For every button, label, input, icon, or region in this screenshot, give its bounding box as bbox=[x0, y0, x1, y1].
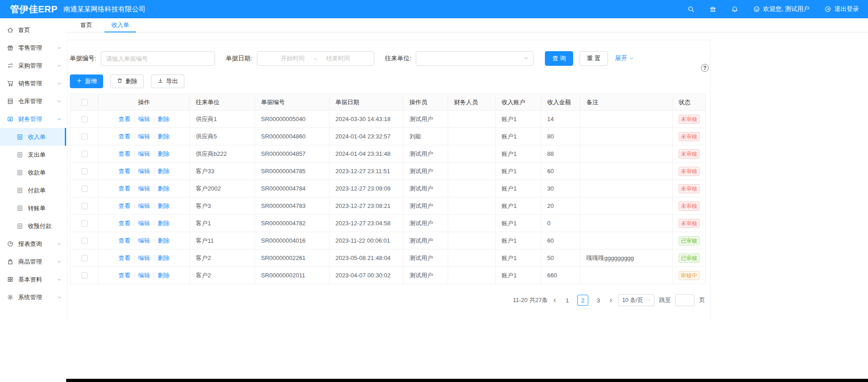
delete-link[interactable]: 删除 bbox=[158, 133, 170, 140]
date-range-picker[interactable]: 开始时间 ~ 结束时间 bbox=[257, 51, 374, 66]
edit-link[interactable]: 编辑 bbox=[138, 150, 150, 157]
cell-remark bbox=[580, 145, 673, 163]
page-button-2[interactable]: 2 bbox=[577, 295, 588, 306]
sidebar-item-8[interactable]: 基本资料 bbox=[0, 271, 66, 288]
delete-link[interactable]: 删除 bbox=[158, 272, 170, 279]
row-checkbox[interactable] bbox=[81, 272, 88, 279]
edit-link[interactable]: 编辑 bbox=[138, 202, 150, 209]
cell-finance-staff bbox=[448, 128, 496, 145]
delete-link[interactable]: 删除 bbox=[158, 185, 170, 192]
divider bbox=[134, 255, 135, 260]
edit-link[interactable]: 编辑 bbox=[138, 185, 150, 192]
page-button-1[interactable]: 1 bbox=[562, 295, 573, 306]
welcome-user[interactable]: 欢迎您, 测试用户 bbox=[753, 5, 810, 13]
expand-link[interactable]: 展开 bbox=[615, 54, 634, 63]
partner-select[interactable] bbox=[416, 51, 533, 66]
view-link[interactable]: 查看 bbox=[119, 255, 131, 261]
edit-link[interactable]: 编辑 bbox=[138, 220, 150, 227]
jump-input[interactable] bbox=[675, 294, 695, 306]
sidebar-item-5[interactable]: 财务管理 bbox=[0, 110, 66, 128]
row-checkbox[interactable] bbox=[81, 151, 88, 157]
delete-link[interactable]: 删除 bbox=[158, 150, 170, 157]
cell-finance-staff bbox=[448, 111, 496, 128]
sidebar-item-3[interactable]: 销售管理 bbox=[0, 74, 66, 92]
sidebar-subitem-5-4[interactable]: 转账单 bbox=[0, 199, 66, 217]
reset-button[interactable]: 重 置 bbox=[580, 51, 608, 66]
delete-link[interactable]: 删除 bbox=[158, 255, 170, 261]
page-size-select[interactable]: 10 条/页 bbox=[618, 294, 654, 306]
divider bbox=[134, 133, 135, 139]
sidebar-subitem-5-2[interactable]: 收款单 bbox=[0, 164, 66, 181]
export-button[interactable]: 导出 bbox=[151, 74, 184, 88]
search-icon[interactable] bbox=[687, 5, 695, 13]
row-checkbox[interactable] bbox=[81, 238, 88, 244]
sidebar-item-2[interactable]: 采购管理 bbox=[0, 57, 66, 74]
delete-link[interactable]: 删除 bbox=[158, 220, 170, 227]
delete-link[interactable]: 删除 bbox=[158, 168, 170, 175]
row-checkbox[interactable] bbox=[81, 203, 88, 209]
divider bbox=[154, 203, 154, 208]
delete-button[interactable]: 删除 bbox=[110, 74, 144, 88]
tab-1[interactable]: 收入单 bbox=[102, 18, 139, 32]
bell-icon[interactable] bbox=[731, 5, 738, 13]
prev-page-button[interactable] bbox=[552, 298, 557, 303]
cell-partner: 客户2 bbox=[190, 267, 255, 284]
edit-link[interactable]: 编辑 bbox=[138, 168, 150, 175]
logout-button[interactable]: 退出登录 bbox=[824, 5, 859, 13]
view-link[interactable]: 查看 bbox=[119, 116, 131, 122]
view-link[interactable]: 查看 bbox=[119, 202, 131, 209]
edit-link[interactable]: 编辑 bbox=[138, 237, 150, 244]
view-link[interactable]: 查看 bbox=[119, 185, 131, 192]
logout-text: 退出登录 bbox=[834, 5, 859, 13]
chevron-up-icon bbox=[57, 117, 62, 122]
row-checkbox[interactable] bbox=[81, 255, 88, 261]
row-checkbox[interactable] bbox=[81, 186, 88, 192]
cell-operator: 测试用户 bbox=[403, 111, 448, 128]
view-link[interactable]: 查看 bbox=[119, 272, 131, 279]
sidebar-subitem-5-1[interactable]: 支出单 bbox=[0, 146, 66, 164]
delete-link[interactable]: 删除 bbox=[158, 116, 170, 122]
edit-link[interactable]: 编辑 bbox=[138, 272, 150, 279]
divider bbox=[154, 186, 154, 191]
cell-account: 账户1 bbox=[496, 197, 541, 215]
edit-link[interactable]: 编辑 bbox=[138, 255, 150, 261]
sidebar-subitem-5-5[interactable]: 收预付款 bbox=[0, 217, 66, 235]
delete-link[interactable]: 删除 bbox=[158, 202, 170, 209]
edit-link[interactable]: 编辑 bbox=[138, 116, 150, 122]
home-bank-icon[interactable] bbox=[709, 5, 716, 13]
add-button[interactable]: 新增 bbox=[70, 74, 103, 88]
row-checkbox[interactable] bbox=[81, 220, 88, 227]
view-link[interactable]: 查看 bbox=[119, 133, 131, 140]
date-label: 单据日期: bbox=[226, 54, 252, 63]
sidebar-item-0[interactable]: 首页 bbox=[0, 21, 66, 39]
divider bbox=[154, 220, 154, 226]
row-checkbox[interactable] bbox=[81, 168, 88, 175]
help-icon[interactable]: ? bbox=[701, 64, 709, 72]
page-button-3[interactable]: 3 bbox=[593, 295, 604, 306]
row-checkbox[interactable] bbox=[81, 133, 88, 140]
sidebar-subitem-5-3[interactable]: 付款单 bbox=[0, 181, 66, 199]
tab-0[interactable]: 首页 bbox=[71, 18, 102, 32]
select-all-checkbox[interactable] bbox=[81, 99, 88, 106]
sidebar-item-6[interactable]: 报表查询 bbox=[0, 235, 66, 253]
status-badge: 审核中 bbox=[679, 271, 700, 280]
sidebar-item-7[interactable]: 商品管理 bbox=[0, 253, 66, 271]
doc-no-input[interactable] bbox=[101, 51, 215, 66]
view-link[interactable]: 查看 bbox=[119, 220, 131, 227]
column-header-2: 单据编号 bbox=[255, 94, 329, 111]
search-button[interactable]: 查 询 bbox=[545, 51, 573, 66]
sidebar-item-1[interactable]: 零售管理 bbox=[0, 39, 66, 57]
view-link[interactable]: 查看 bbox=[119, 150, 131, 157]
sidebar-item-9[interactable]: 系统管理 bbox=[0, 288, 66, 306]
view-link[interactable]: 查看 bbox=[119, 237, 131, 244]
sidebar-subitem-5-0[interactable]: 收入单 bbox=[0, 128, 66, 146]
edit-link[interactable]: 编辑 bbox=[138, 133, 150, 140]
sidebar-item-label: 销售管理 bbox=[18, 80, 42, 88]
sidebar-item-4[interactable]: 仓库管理 bbox=[0, 92, 66, 110]
next-page-button[interactable] bbox=[608, 298, 613, 303]
row-checkbox[interactable] bbox=[81, 116, 88, 122]
delete-link[interactable]: 删除 bbox=[158, 237, 170, 244]
cell-doc-no: SR00000004857 bbox=[255, 145, 329, 163]
chevron-down-icon bbox=[523, 55, 528, 62]
view-link[interactable]: 查看 bbox=[119, 168, 131, 175]
